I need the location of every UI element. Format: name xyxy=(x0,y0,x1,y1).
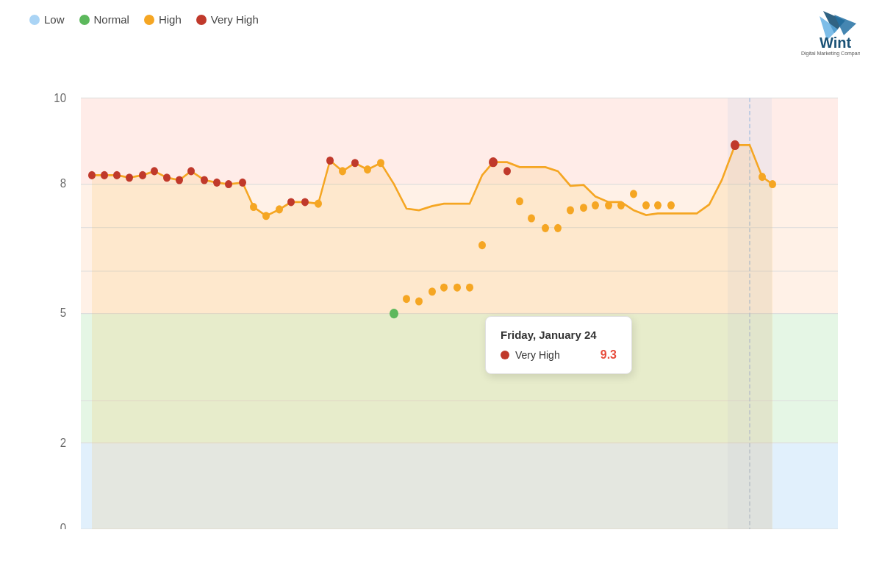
dot-jan5a xyxy=(213,179,220,187)
dot-jan23e xyxy=(667,201,675,209)
logo: Wint Digital Marketing Company xyxy=(779,7,860,59)
legend-label-low: Low xyxy=(44,13,65,26)
dot-jan2 xyxy=(139,171,146,179)
dot-jan4b xyxy=(201,176,208,184)
dot-jan24-peak xyxy=(731,140,739,150)
dot-jan8b xyxy=(301,198,309,206)
tooltip-series-label: Very High xyxy=(515,349,595,361)
legend-label-very-high: Very High xyxy=(211,13,259,26)
dot-jan7b xyxy=(276,205,283,213)
y-label-0: 0 xyxy=(60,522,67,529)
dot-jan11 xyxy=(364,165,371,173)
dot-jan12 xyxy=(403,295,410,303)
dot-dec31 xyxy=(101,171,108,179)
legend-item-low: Low xyxy=(29,13,65,26)
legend-dot-low xyxy=(29,15,40,25)
tooltip-dot xyxy=(501,351,509,359)
dot-dec30 xyxy=(88,171,96,179)
dot-jan3b xyxy=(176,176,183,184)
legend-dot-normal xyxy=(79,15,90,25)
legend-item-normal: Normal xyxy=(79,13,129,26)
legend-item-high: High xyxy=(144,13,182,26)
main-chart-svg: 10 8 5 2 0 xyxy=(37,74,860,529)
dot-jan11b xyxy=(377,159,384,167)
dot-jan11-green xyxy=(390,309,398,318)
dot-jan23d xyxy=(654,201,662,209)
dot-jan9b xyxy=(326,157,334,165)
dot-jan15 xyxy=(478,241,486,249)
dot-jan23b xyxy=(630,190,637,198)
dot-jan2b xyxy=(151,167,158,175)
dot-jan13 xyxy=(429,287,436,295)
dot-jan23 xyxy=(617,201,625,209)
dot-jan21 xyxy=(567,206,574,214)
dot-jan22 xyxy=(592,201,599,209)
dot-jan20b xyxy=(554,224,562,232)
tooltip-date: Friday, January 24 xyxy=(501,329,617,341)
legend-dot-very-high xyxy=(196,15,207,25)
y-label-2: 2 xyxy=(60,436,66,449)
svg-text:Digital Marketing Company: Digital Marketing Company xyxy=(801,51,860,57)
y-label-10: 10 xyxy=(54,91,66,104)
dot-jan14b xyxy=(466,284,473,292)
dot-jan6 xyxy=(250,203,257,211)
dot-jan9 xyxy=(315,200,322,208)
dot-jan19b xyxy=(528,215,535,223)
dot-jan1 xyxy=(113,171,121,179)
dot-jan7 xyxy=(262,212,270,220)
dot-jan12b xyxy=(415,297,423,305)
tooltip-value: 9.3 xyxy=(600,348,617,362)
dot-jan17-peak xyxy=(489,157,498,167)
legend: Low Normal High Very High xyxy=(0,0,882,26)
dot-jan5c xyxy=(239,179,246,187)
dot-jan18 xyxy=(503,167,511,175)
dot-jan14 xyxy=(453,284,461,292)
y-label-5: 5 xyxy=(60,306,67,319)
svg-text:Wint: Wint xyxy=(820,35,851,51)
dot-jan10b xyxy=(351,159,359,167)
tooltip-row: Very High 9.3 xyxy=(501,348,617,362)
chart-container: Low Normal High Very High Wint Digital M… xyxy=(0,0,882,588)
dot-jan13b xyxy=(440,284,448,292)
dot-jan3 xyxy=(163,173,171,182)
y-label-8: 8 xyxy=(60,176,67,190)
dot-jan4 xyxy=(187,167,195,175)
dot-jan25 xyxy=(759,173,766,181)
dot-jan22b xyxy=(605,201,612,209)
dot-jan21b xyxy=(580,204,587,212)
dot-jan20 xyxy=(542,224,549,232)
dot-jan23c xyxy=(642,201,650,209)
legend-label-normal: Normal xyxy=(94,13,129,26)
legend-label-high: High xyxy=(159,13,182,26)
dot-jan10 xyxy=(339,167,346,175)
dot-jan5b xyxy=(225,180,232,188)
legend-dot-high xyxy=(144,15,154,25)
dot-jan19 xyxy=(516,197,523,205)
tooltip: Friday, January 24 Very High 9.3 xyxy=(485,316,632,374)
dot-jan8 xyxy=(287,198,295,206)
dot-jan1b xyxy=(126,173,133,182)
dot-jan26 xyxy=(769,180,776,188)
legend-item-very-high: Very High xyxy=(196,13,259,26)
